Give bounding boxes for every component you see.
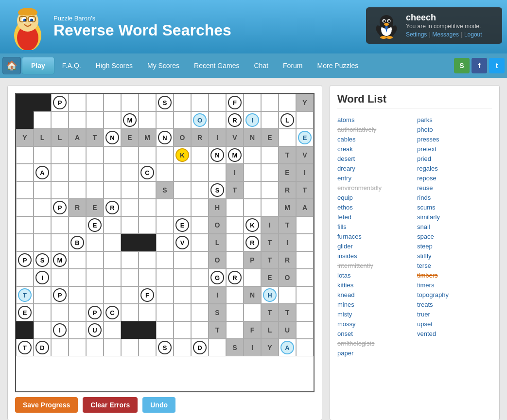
grid-cell-8-5[interactable] [104, 234, 121, 251]
word-item[interactable]: environmentally [337, 184, 412, 192]
grid-cell-5-11[interactable]: S [209, 181, 226, 199]
grid-cell-2-13[interactable]: N [244, 129, 261, 146]
word-item[interactable]: upset [417, 320, 492, 328]
grid-cell-3-3[interactable] [69, 146, 86, 164]
grid-cell-8-9[interactable]: V [174, 234, 191, 251]
grid-cell-5-2[interactable] [51, 181, 69, 199]
grid-cell-3-9[interactable]: K [174, 146, 191, 164]
grid-cell-13-15[interactable]: U [279, 321, 296, 339]
grid-cell-5-10[interactable] [191, 181, 209, 199]
grid-cell-0-0[interactable] [16, 94, 34, 111]
grid-cell-13-16[interactable] [296, 321, 314, 339]
word-item[interactable]: similarly [417, 213, 492, 221]
grid-cell-6-5[interactable]: R [104, 199, 121, 216]
grid-cell-9-12[interactable] [226, 251, 244, 269]
grid-cell-4-10[interactable] [191, 164, 209, 181]
word-item[interactable]: paper [337, 349, 412, 357]
word-item[interactable]: creak [337, 145, 412, 153]
grid-cell-7-10[interactable] [191, 216, 209, 234]
grid-cell-4-3[interactable] [69, 164, 86, 181]
grid-cell-10-16[interactable] [296, 269, 314, 286]
grid-cell-3-7[interactable] [139, 146, 156, 164]
grid-cell-0-16[interactable]: Y [296, 94, 314, 111]
grid-cell-10-4[interactable] [86, 269, 104, 286]
grid-cell-2-9[interactable]: O [174, 129, 191, 146]
grid-cell-0-7[interactable] [139, 94, 156, 111]
grid-cell-14-2[interactable] [51, 339, 69, 356]
word-item[interactable]: ethos [337, 203, 412, 211]
grid-cell-11-1[interactable] [34, 286, 51, 304]
grid-cell-7-15[interactable]: T [279, 216, 296, 234]
grid-cell-0-6[interactable] [121, 94, 139, 111]
grid-cell-2-16[interactable]: E [296, 129, 314, 146]
word-item[interactable]: mossy [337, 320, 412, 328]
grid-cell-12-5[interactable]: C [104, 304, 121, 321]
grid-cell-13-4[interactable]: U [86, 321, 104, 339]
grid-cell-4-13[interactable] [244, 164, 261, 181]
grid-cell-1-4[interactable] [86, 111, 104, 129]
word-item[interactable]: atoms [337, 116, 412, 124]
grid-cell-4-1[interactable]: A [34, 164, 51, 181]
grid-cell-1-1[interactable] [34, 111, 51, 129]
word-item[interactable]: authoritatively [337, 125, 412, 134]
grid-cell-1-7[interactable] [139, 111, 156, 129]
word-item[interactable]: onset [337, 330, 412, 338]
word-item[interactable]: intermittently [337, 262, 412, 270]
grid-cell-12-16[interactable] [296, 304, 314, 321]
grid-cell-8-0[interactable] [16, 234, 34, 251]
grid-cell-13-7[interactable] [139, 321, 156, 339]
my-scores-link[interactable]: My Scores [140, 58, 186, 73]
grid-cell-10-15[interactable]: O [279, 269, 296, 286]
grid-cell-9-10[interactable] [191, 251, 209, 269]
forum-link[interactable]: Forum [276, 58, 309, 73]
grid-cell-8-7[interactable] [139, 234, 156, 251]
grid-cell-3-13[interactable] [244, 146, 261, 164]
word-item[interactable]: mines [337, 300, 412, 309]
chat-link[interactable]: Chat [247, 58, 275, 73]
grid-cell-10-14[interactable]: E [261, 269, 279, 286]
grid-cell-0-9[interactable] [174, 94, 191, 111]
grid-cell-13-12[interactable] [226, 321, 244, 339]
grid-cell-10-5[interactable] [104, 269, 121, 286]
grid-cell-6-1[interactable] [34, 199, 51, 216]
word-item[interactable]: pretext [417, 145, 492, 153]
grid-cell-3-2[interactable] [51, 146, 69, 164]
grid-cell-14-1[interactable]: D [34, 339, 51, 356]
grid-cell-3-14[interactable] [261, 146, 279, 164]
grid-cell-14-8[interactable]: S [156, 339, 174, 356]
recent-games-link[interactable]: Recent Games [187, 58, 246, 73]
grid-cell-14-4[interactable] [86, 339, 104, 356]
word-item[interactable]: rinds [417, 193, 492, 202]
grid-cell-2-6[interactable]: E [121, 129, 139, 146]
word-item[interactable]: terse [417, 262, 492, 270]
grid-cell-6-14[interactable] [261, 199, 279, 216]
grid-cell-12-13[interactable] [244, 304, 261, 321]
grid-cell-0-11[interactable] [209, 94, 226, 111]
word-item[interactable]: fills [337, 223, 412, 231]
word-item[interactable]: space [417, 232, 492, 241]
grid-cell-9-6[interactable] [121, 251, 139, 269]
grid-cell-9-2[interactable]: M [51, 251, 69, 269]
grid-cell-4-11[interactable] [209, 164, 226, 181]
grid-cell-5-9[interactable] [174, 181, 191, 199]
grid-cell-6-13[interactable] [244, 199, 261, 216]
grid-cell-6-3[interactable]: R [69, 199, 86, 216]
grid-cell-9-14[interactable]: T [261, 251, 279, 269]
grid-cell-2-1[interactable]: L [34, 129, 51, 146]
grid-cell-3-0[interactable] [16, 146, 34, 164]
grid-cell-2-3[interactable]: A [69, 129, 86, 146]
grid-cell-6-10[interactable] [191, 199, 209, 216]
grid-cell-5-7[interactable] [139, 181, 156, 199]
grid-cell-12-4[interactable]: P [86, 304, 104, 321]
save-button[interactable]: Save Progress [15, 397, 78, 413]
logout-link[interactable]: Logout [464, 31, 482, 38]
grid-cell-9-15[interactable]: R [279, 251, 296, 269]
grid-cell-6-11[interactable]: H [209, 199, 226, 216]
grid-cell-6-16[interactable]: A [296, 199, 314, 216]
grid-cell-3-5[interactable] [104, 146, 121, 164]
grid-cell-11-2[interactable]: P [51, 286, 69, 304]
grid-cell-8-4[interactable] [86, 234, 104, 251]
grid-cell-10-10[interactable] [191, 269, 209, 286]
grid-cell-5-8[interactable]: S [156, 181, 174, 199]
grid-cell-11-16[interactable] [296, 286, 314, 304]
